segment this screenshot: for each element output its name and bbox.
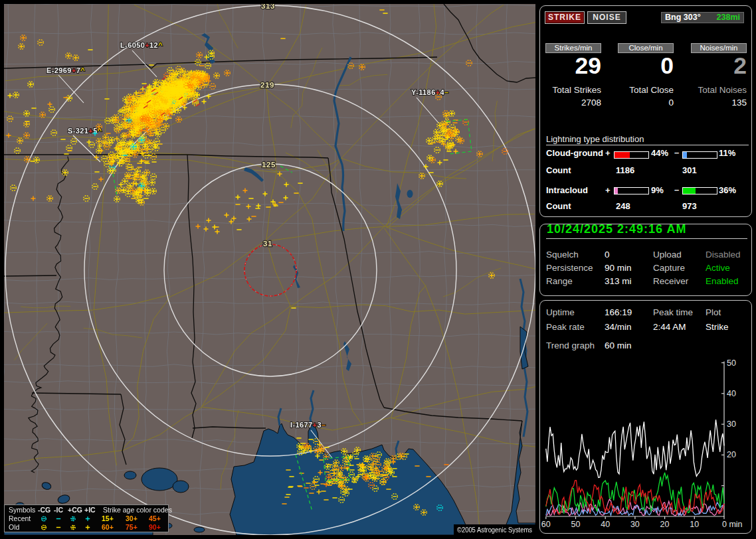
svg-text:20: 20 — [727, 450, 736, 459]
svg-text:Old: Old — [9, 523, 20, 531]
svg-text:45+: 45+ — [149, 514, 161, 522]
svg-text:I-1677+3–: I-1677+3– — [290, 421, 326, 429]
svg-text:10: 10 — [690, 520, 699, 529]
svg-text:40: 40 — [601, 520, 610, 529]
svg-text:0 min: 0 min — [722, 520, 743, 529]
svg-text:50: 50 — [571, 520, 581, 529]
svg-text:L-6050+12^: L-6050+12^ — [120, 41, 163, 49]
svg-text:Y-1186+4–: Y-1186+4– — [411, 88, 449, 96]
svg-text:Symbols: Symbols — [9, 506, 35, 514]
svg-text:50: 50 — [727, 358, 736, 368]
svg-text:30: 30 — [630, 520, 640, 529]
svg-text:E-2969+7^: E-2969+7^ — [47, 66, 85, 74]
svg-text:20: 20 — [660, 520, 670, 529]
svg-text:31: 31 — [263, 240, 272, 248]
svg-text:90+: 90+ — [149, 523, 161, 531]
svg-text:313: 313 — [261, 4, 275, 10]
svg-text:Recent: Recent — [9, 514, 31, 522]
svg-text:©2005 Astrogenic Systems: ©2005 Astrogenic Systems — [457, 526, 532, 534]
svg-text:219: 219 — [260, 81, 274, 89]
svg-text:15+: 15+ — [102, 514, 114, 522]
svg-text:40: 40 — [727, 389, 736, 398]
svg-text:30+: 30+ — [126, 514, 138, 522]
svg-text:+CG: +CG — [68, 506, 82, 514]
svg-text:-CG: -CG — [38, 506, 50, 514]
svg-text:125: 125 — [262, 161, 276, 169]
svg-text:60: 60 — [541, 520, 551, 529]
svg-text:30: 30 — [727, 420, 736, 429]
svg-text:75+: 75+ — [126, 523, 138, 531]
svg-text:-IC: -IC — [54, 506, 63, 514]
svg-text:Strike age color codes: Strike age color codes — [103, 506, 172, 514]
svg-text:60+: 60+ — [102, 523, 114, 531]
svg-text:+IC: +IC — [84, 506, 96, 514]
